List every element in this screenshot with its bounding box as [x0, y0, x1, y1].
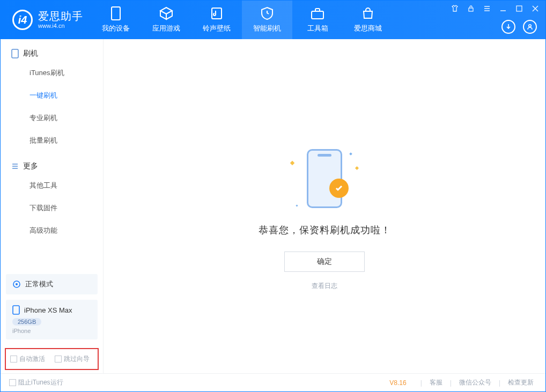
tab-my-device[interactable]: 我的设备 [91, 1, 141, 39]
success-message: 恭喜您，保资料刷机成功啦！ [259, 224, 391, 236]
bag-icon [361, 6, 375, 20]
sidebar-section-title: 更多 [23, 161, 38, 171]
svg-rect-4 [517, 6, 522, 11]
svg-rect-3 [469, 8, 473, 11]
shirt-icon[interactable] [450, 4, 460, 13]
sidebar-item-onekey-flash[interactable]: 一键刷机 [1, 84, 103, 107]
device-name: iPhone XS Max [24, 306, 72, 314]
storage-badge: 256GB [12, 318, 41, 326]
checkbox-icon [10, 356, 17, 363]
logo-block: i4 爱思助手 www.i4.cn [1, 10, 91, 30]
sidebar-item-batch-flash[interactable]: 批量刷机 [1, 129, 103, 152]
auto-activate-checkbox[interactable]: 自动激活 [10, 354, 45, 364]
tab-label: 我的设备 [102, 24, 130, 33]
tab-label: 铃声壁纸 [203, 24, 231, 33]
sidebar-item-other-tools[interactable]: 其他工具 [1, 174, 103, 197]
skip-guide-checkbox[interactable]: 跳过向导 [55, 354, 90, 364]
sidebar-item-advanced[interactable]: 高级功能 [1, 219, 103, 242]
checkbox-label: 阻止iTunes运行 [18, 378, 63, 387]
sparkle-icon [355, 166, 359, 170]
sparkle-icon [296, 204, 298, 206]
svg-point-8 [16, 283, 18, 285]
sidebar: 刷机 iTunes刷机 一键刷机 专业刷机 批量刷机 更多 其他工具 下载固件 … [1, 39, 104, 373]
ok-button[interactable]: 确定 [284, 252, 365, 272]
svg-rect-9 [13, 306, 19, 314]
tab-ringtones[interactable]: 铃声壁纸 [191, 1, 242, 39]
brand-name: 爱思助手 [38, 10, 83, 23]
checkbox-label: 自动激活 [19, 354, 45, 364]
check-badge-icon [329, 179, 349, 198]
device-card[interactable]: iPhone XS Max 256GB iPhone [6, 300, 98, 339]
svg-point-5 [529, 25, 531, 27]
tab-label: 智能刷机 [253, 24, 281, 33]
footer: 阻止iTunes运行 V8.16 | 客服 | 微信公众号 | 检查更新 [1, 373, 545, 391]
header-right-icons [501, 20, 537, 34]
sidebar-item-download-firmware[interactable]: 下载固件 [1, 197, 103, 219]
support-link[interactable]: 客服 [426, 378, 446, 387]
download-icon[interactable] [501, 20, 515, 34]
maximize-button[interactable] [514, 4, 524, 13]
sidebar-item-itunes-flash[interactable]: iTunes刷机 [1, 62, 103, 84]
brand-site: www.i4.cn [38, 23, 83, 29]
sparkle-icon [349, 152, 352, 156]
options-box: 自动激活 跳过向导 [5, 348, 99, 370]
logo-icon: i4 [12, 10, 33, 30]
device-type: iPhone [12, 328, 91, 334]
titlebar: i4 爱思助手 www.i4.cn 我的设备 应用游戏 铃声壁纸 智能刷机 [1, 1, 545, 39]
wechat-link[interactable]: 微信公众号 [456, 378, 495, 387]
tab-shop[interactable]: 爱思商城 [343, 1, 393, 39]
sidebar-item-pro-flash[interactable]: 专业刷机 [1, 107, 103, 129]
mode-card[interactable]: 正常模式 [6, 274, 98, 294]
top-tabs: 我的设备 应用游戏 铃声壁纸 智能刷机 工具箱 爱思商城 [91, 1, 393, 39]
cube-icon [159, 6, 173, 20]
update-link[interactable]: 检查更新 [505, 378, 537, 387]
separator: | [420, 379, 422, 387]
sparkle-icon [290, 161, 294, 165]
svg-rect-6 [12, 49, 18, 58]
tab-toolbox[interactable]: 工具箱 [292, 1, 343, 39]
music-icon [210, 6, 224, 20]
sidebar-section-more: 更多 [1, 161, 103, 174]
toolbox-icon [311, 6, 324, 20]
shield-icon [260, 6, 274, 20]
user-icon[interactable] [523, 20, 537, 34]
device-icon [109, 6, 123, 20]
minimize-button[interactable] [498, 4, 508, 13]
view-log-link[interactable]: 查看日志 [312, 282, 337, 291]
separator: | [450, 379, 452, 387]
tab-label: 爱思商城 [354, 24, 382, 33]
tab-apps[interactable]: 应用游戏 [141, 1, 191, 39]
mode-label: 正常模式 [25, 279, 53, 289]
checkbox-icon [55, 356, 62, 363]
lock-icon[interactable] [466, 4, 476, 13]
svg-rect-0 [112, 7, 120, 20]
block-itunes-checkbox[interactable]: 阻止iTunes运行 [9, 378, 63, 387]
separator: | [499, 379, 500, 387]
tab-flash[interactable]: 智能刷机 [242, 1, 292, 39]
version-label: V8.16 [389, 379, 406, 387]
tab-label: 工具箱 [307, 24, 328, 33]
checkbox-label: 跳过向导 [64, 354, 90, 364]
main-area: 恭喜您，保资料刷机成功啦！ 确定 查看日志 [104, 39, 545, 373]
window-controls [450, 4, 540, 13]
menu-icon[interactable] [482, 4, 492, 13]
tab-label: 应用游戏 [152, 24, 180, 33]
sidebar-section-title: 刷机 [23, 49, 38, 58]
success-illustration [290, 146, 359, 211]
checkbox-icon [9, 379, 16, 386]
close-button[interactable] [530, 4, 540, 13]
svg-rect-2 [312, 11, 323, 19]
sidebar-section-flash: 刷机 [1, 49, 103, 62]
